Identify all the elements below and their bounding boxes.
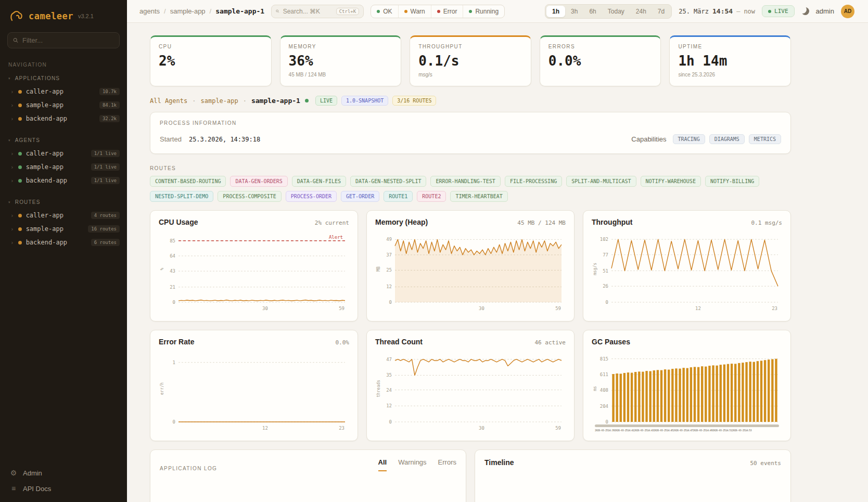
logo: cameleer v3.2.1 — [0, 7, 127, 32]
chart-card-gc: GC Pauses0204408611815ms2026-03-2514:392… — [583, 330, 791, 441]
caret-down-icon: ▾ — [8, 138, 11, 143]
status-filter-error[interactable]: Error — [431, 5, 464, 18]
route-chip-list: CONTENT-BASED-ROUTINGDATA-GEN-ORDERSDATA… — [150, 176, 791, 202]
route-chip-nested-split-demo[interactable]: NESTED-SPLIT-DEMO — [150, 191, 213, 202]
sidebar-item-label: sample-app — [26, 101, 63, 109]
time-range-3h[interactable]: 3h — [565, 6, 583, 17]
app-root: cameleer v3.2.1 NAVIGATION ▾APPLICATIONS… — [0, 0, 868, 502]
sidebar-item-badge: 32.2k — [99, 115, 120, 122]
chevron-right-icon: › — [10, 164, 14, 170]
avatar[interactable]: AD — [841, 5, 854, 18]
sidebar-item-badge: 16 routes — [88, 225, 120, 233]
chart-value-label: 2% current — [315, 220, 349, 226]
nav-group-header-routes[interactable]: ▾ROUTES — [0, 198, 127, 209]
route-chip-content-based-routing[interactable]: CONTENT-BASED-ROUTING — [150, 176, 226, 187]
started-value: 25.3.2026, 14:39:18 — [189, 136, 260, 143]
route-chip-route2[interactable]: ROUTE2 — [417, 191, 446, 202]
time-range-24h[interactable]: 24h — [630, 6, 652, 17]
routes-section: ROUTES CONTENT-BASED-ROUTINGDATA-GEN-ORD… — [150, 165, 791, 202]
context-link-all-agents[interactable]: All Agents — [150, 97, 187, 105]
sidebar-item-applications-sample-app[interactable]: ›sample-app84.1k — [0, 98, 127, 112]
breadcrumb-agents[interactable]: agents — [139, 7, 160, 15]
capability-chip-diagrams: DIAGRAMS — [709, 134, 745, 144]
stat-label: UPTIME — [678, 44, 782, 49]
sidebar-item-routes-caller-app[interactable]: ›caller-app4 routes — [0, 209, 127, 222]
route-chip-data-gen-orders[interactable]: DATA-GEN-ORDERS — [230, 176, 287, 187]
route-chip-route1[interactable]: ROUTE1 — [384, 191, 413, 202]
chevron-right-icon: › — [10, 213, 14, 218]
sidebar-item-api-docs[interactable]: ≡ API Docs — [9, 484, 118, 493]
nav-group-header-agents[interactable]: ▾AGENTS — [0, 136, 127, 147]
svg-text:85: 85 — [170, 238, 175, 243]
route-chip-notify-warehouse[interactable]: NOTIFY-WAREHOUSE — [641, 176, 701, 187]
sidebar-item-routes-backend-app[interactable]: ›backend-app6 routes — [0, 236, 127, 249]
route-chip-data-gen-nested-split[interactable]: DATA-GEN-NESTED-SPLIT — [350, 176, 426, 187]
status-filter-warn[interactable]: Warn — [399, 5, 431, 18]
user-name: admin — [816, 7, 834, 15]
svg-text:204: 204 — [600, 404, 608, 409]
log-tab-errors[interactable]: Errors — [438, 458, 456, 471]
breadcrumb-sample-app[interactable]: sample-app — [170, 7, 206, 15]
route-chip-process-composite[interactable]: PROCESS-COMPOSITE — [218, 191, 281, 202]
svg-text:25: 25 — [386, 267, 392, 273]
route-chip-error-handling-test[interactable]: ERROR-HANDLING-TEST — [430, 176, 500, 187]
nav-group-header-applications[interactable]: ▾APPLICATIONS — [0, 74, 127, 85]
sidebar-item-label: backend-app — [26, 177, 67, 184]
breadcrumb-current: sample-app-1 — [215, 7, 264, 15]
log-tab-warnings[interactable]: Warnings — [398, 458, 426, 471]
svg-text:30: 30 — [479, 426, 484, 431]
chevron-right-icon: › — [10, 116, 14, 122]
status-dot — [18, 152, 22, 156]
time-range-7d[interactable]: 7d — [652, 6, 670, 17]
route-chip-process-order[interactable]: PROCESS-ORDER — [286, 191, 337, 202]
svg-text:49: 49 — [386, 237, 392, 242]
nav-group-label: ROUTES — [15, 199, 41, 205]
context-link-sample-app[interactable]: sample-app — [200, 97, 238, 105]
search-shortcut-kbd: Ctrl+K — [336, 8, 360, 15]
chart-title: GC Pauses — [592, 338, 630, 346]
route-chip-split-and-multicast[interactable]: SPLIT-AND-MULTICAST — [566, 176, 636, 187]
charts-grid: CPU Usage2% current021436485%3059AlertMe… — [150, 210, 791, 441]
live-toggle[interactable]: LIVE — [762, 5, 795, 17]
chevron-right-icon: › — [10, 102, 14, 108]
chart-svg-throughput: 0265177102msg/s1223 — [592, 229, 782, 313]
dark-mode-toggle-moon-icon[interactable] — [801, 7, 809, 15]
route-chip-get-order[interactable]: GET-ORDER — [341, 191, 379, 202]
stat-sub: 45 MB / 124 MB — [289, 72, 393, 78]
status-filter-ok[interactable]: OK — [371, 5, 398, 18]
application-log-header: APPLICATION LOG AllWarningsErrors — [160, 458, 456, 471]
status-dot — [18, 104, 22, 107]
route-chip-notify-billing[interactable]: NOTIFY-BILLING — [705, 176, 759, 187]
sidebar-item-applications-caller-app[interactable]: ›caller-app10.7k — [0, 85, 127, 98]
chart-plot: 012243547threads3059 — [375, 349, 566, 432]
sidebar-filter-input[interactable] — [22, 36, 114, 44]
sidebar-item-admin[interactable]: ⚙ Admin — [9, 469, 118, 477]
status-filter-running[interactable]: Running — [463, 5, 504, 18]
chart-plot: 0204408611815ms2026-03-2514:392026-03-25… — [592, 349, 782, 432]
sidebar-item-agents-sample-app[interactable]: ›sample-app1/1 live — [0, 160, 127, 174]
sidebar-item-agents-caller-app[interactable]: ›caller-app1/1 live — [0, 147, 127, 160]
search-input[interactable] — [283, 8, 333, 15]
route-chip-file-processing[interactable]: FILE-PROCESSING — [505, 176, 562, 187]
route-chip-data-gen-files[interactable]: DATA-GEN-FILES — [292, 176, 346, 187]
live-label: LIVE — [774, 8, 788, 15]
sidebar-item-applications-backend-app[interactable]: ›backend-app32.2k — [0, 112, 127, 125]
timeline-header: Timeline 50 events — [484, 458, 781, 467]
sidebar-item-agents-backend-app[interactable]: ›backend-app1/1 live — [0, 174, 127, 187]
sidebar-item-badge: 1/1 live — [91, 163, 120, 171]
time-range-6h[interactable]: 6h — [583, 6, 602, 17]
time-range-1h[interactable]: 1h — [546, 6, 565, 17]
svg-text:err/h: err/h — [160, 382, 164, 395]
stat-card-memory: MEMORY36%45 MB / 124 MB — [280, 35, 402, 86]
log-tab-all[interactable]: All — [378, 458, 387, 471]
date-range-display[interactable]: 25. März 14:54 — now — [679, 7, 755, 15]
sidebar-item-routes-sample-app[interactable]: ›sample-app16 routes — [0, 222, 127, 236]
svg-text:MB: MB — [376, 266, 381, 272]
status-dot — [404, 10, 407, 13]
route-chip-timer-heartbeat[interactable]: TIMER-HEARTBEAT — [450, 191, 507, 202]
stat-sub: msg/s — [418, 72, 522, 78]
nav-group-routes: ▾ROUTES›caller-app4 routes›sample-app16 … — [0, 198, 127, 249]
svg-text:30: 30 — [479, 306, 484, 311]
now-label: now — [744, 8, 755, 15]
time-range-today[interactable]: Today — [602, 6, 630, 17]
